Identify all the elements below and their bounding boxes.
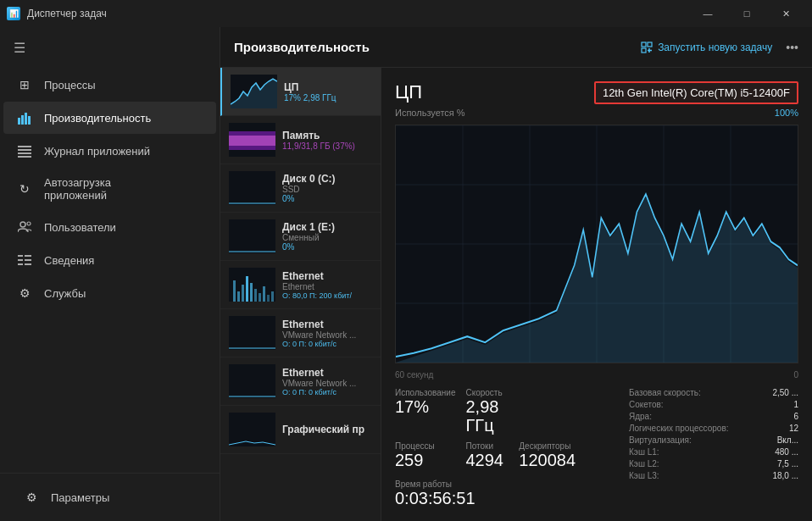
svg-rect-36 [263,286,265,302]
sidebar-item-services[interactable]: ⚙ Службы [3,277,216,309]
eth2-name: Ethernet [282,319,372,330]
eth3-sub: VMware Network ... [282,379,372,388]
more-button[interactable]: ••• [786,41,798,54]
right-info: Базовая скорость: 2,50 ... Сокетов: 1 Яд… [629,388,798,480]
sidebar-item-apphistory-label: Журнал приложений [44,145,150,158]
cpu-model-name: 12th Gen Intel(R) Core(TM) i5-12400F [594,81,798,104]
stat-processes-value: 259 [395,451,455,469]
chart-labels: 60 секунд 0 [395,370,798,380]
svg-rect-17 [648,42,652,47]
app-icon: 📊 [7,7,20,20]
sidebar-item-users-label: Пользователи [44,221,116,234]
info-base-speed: Базовая скорость: 2,50 ... [629,388,798,397]
stat-uptime: Время работы 0:03:56:51 [395,479,509,507]
memory-name: Память [282,130,372,141]
stat-threads-label: Потоки [465,441,509,451]
svg-rect-6 [18,152,31,154]
gpu-name: Графический пр [282,424,372,435]
svg-rect-32 [246,276,248,302]
eth2-sub: VMware Network ... [282,330,372,340]
sidebar-item-users[interactable]: Пользователи [3,211,216,243]
sidebar-item-processes[interactable]: ⊞ Процессы [3,69,216,101]
info-sockets: Сокетов: 1 [629,400,798,409]
stat-descriptors: Дескрипторы 120084 [519,441,615,469]
sidebar-item-performance-label: Производительность [44,112,151,125]
details-icon [17,252,32,268]
info-cores: Ядра: 6 [629,412,798,421]
svg-rect-0 [18,118,20,125]
base-speed-label: Базовая скорость: [629,388,701,397]
settings-icon: ⚙ [24,490,39,505]
logical-label: Логических процессоров: [629,424,728,433]
stat-threads-value: 4294 [465,451,509,469]
main-content: Производительность Запустить новую задач… [220,27,812,521]
sidebar-item-details[interactable]: Сведения [3,244,216,276]
users-icon [17,219,32,235]
svg-rect-35 [259,293,261,302]
minimize-button[interactable]: — [688,0,727,27]
svg-rect-7 [18,156,31,158]
sidebar-item-settings[interactable]: ⚙ Параметры [10,481,209,513]
svg-rect-33 [250,283,253,302]
resource-item-disk0[interactable]: Диск 0 (C:) SSD 0% [220,164,381,213]
maximize-button[interactable]: □ [727,0,766,27]
l3-value: 18,0 ... [772,471,798,480]
resource-item-eth2[interactable]: Ethernet VMware Network ... О: 0 П: 0 кб… [220,309,381,357]
disk0-info: Диск 0 (C:) SSD 0% [282,173,372,203]
resource-item-memory[interactable]: Память 11,9/31,8 ГБ (37%) [220,116,381,164]
info-l2: Кэш L2: 7,5 ... [629,459,798,468]
disk1-mini-chart [229,219,275,253]
resource-list: ЦП 17% 2,98 ГГц Память 11,9/31,8 ГБ (37%… [220,68,381,521]
resource-item-eth3[interactable]: Ethernet VMware Network ... О: 0 П: 0 кб… [220,357,381,406]
stat-descriptors-label: Дескрипторы [519,441,615,451]
disk0-val: 0% [282,194,372,203]
stat-uptime-label: Время работы [395,479,509,489]
svg-rect-10 [18,255,23,257]
eth2-mini-chart [229,316,275,350]
chart-time-value: 0 [793,370,798,380]
resource-item-disk1[interactable]: Диск 1 (E:) Сменный 0% [220,213,381,261]
close-button[interactable]: ✕ [766,0,805,27]
memory-mini-chart [229,123,275,157]
sidebar-item-startup[interactable]: ↻ Автозагрузкаприложений [3,168,216,210]
disk0-name: Диск 0 (C:) [282,173,372,185]
percent-label: 100% [775,108,798,118]
sidebar-item-apphistory[interactable]: Журнал приложений [3,135,216,167]
eth2-info: Ethernet VMware Network ... О: 0 П: 0 кб… [282,319,372,348]
memory-val: 11,9/31,8 ГБ (37%) [282,141,372,151]
info-logical: Логических процессоров: 12 [629,424,798,433]
stat-speed: Скорость 2,98 ГГц [465,388,509,435]
disk0-sub: SSD [282,185,372,194]
l3-label: Кэш L3: [629,471,659,480]
new-task-icon [641,42,653,53]
eth3-mini-chart [229,364,275,398]
new-task-button[interactable]: Запустить новую задачу [641,42,772,53]
resource-item-cpu[interactable]: ЦП 17% 2,98 ГГц [220,68,381,116]
top-bar-title: Производительность [234,40,370,54]
chart-time-label: 60 секунд [395,370,433,380]
eth1-name: Ethernet [282,270,372,282]
disk1-sub: Сменный [282,233,372,242]
sidebar-footer: ⚙ Параметры [0,473,220,521]
svg-rect-30 [237,291,240,302]
title-bar-left: 📊 Диспетчер задач [7,7,107,20]
detail-subtitle: Используется % 100% [395,108,798,118]
resource-item-gpu[interactable]: Графический пр [220,406,381,454]
eth3-name: Ethernet [282,367,372,379]
eth1-info: Ethernet Ethernet О: 80,0 П: 200 кбит/ [282,270,372,300]
cpu-chart-svg [396,125,798,363]
processes-icon: ⊞ [17,77,32,92]
resource-item-eth1[interactable]: Ethernet Ethernet О: 80,0 П: 200 кбит/ [220,261,381,309]
svg-rect-41 [229,413,275,446]
hamburger-icon[interactable]: ☰ [14,40,25,56]
sidebar-item-performance[interactable]: Производительность [3,102,216,134]
gpu-info: Графический пр [282,424,372,435]
svg-point-8 [20,222,25,227]
svg-rect-11 [25,255,31,257]
svg-rect-16 [642,42,646,47]
startup-icon: ↻ [17,181,32,197]
stat-usage-value: 17% [395,397,455,416]
sidebar-header: ☰ [0,27,220,68]
cpu-chart-area [395,125,798,363]
sidebar-item-processes-label: Процессы [44,79,96,91]
